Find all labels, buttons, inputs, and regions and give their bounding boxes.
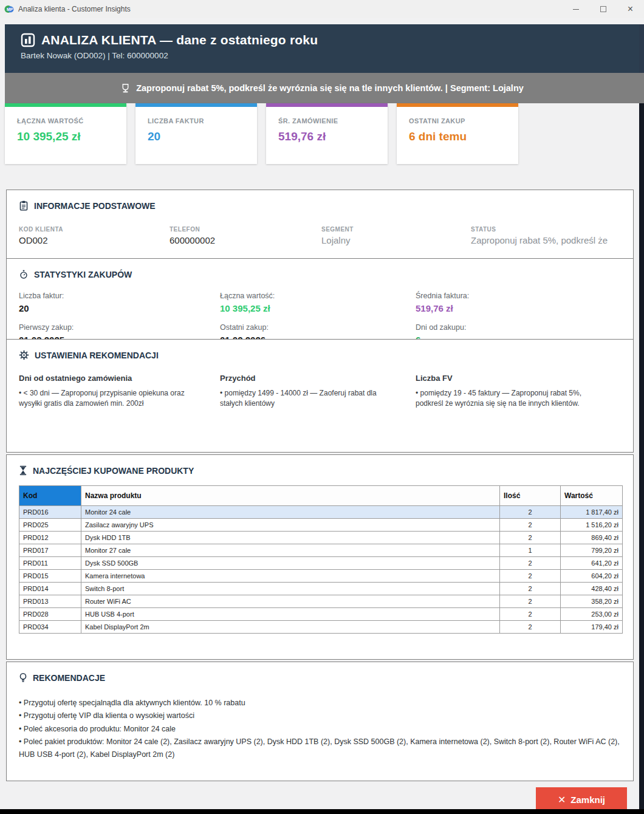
close-dialog-button[interactable]: ✕ Zamknij: [536, 787, 627, 812]
section-top-products-header: NAJCZĘŚCIEJ KUPOWANE PRODUKTY: [19, 465, 621, 476]
stat-card-invoice-count: LICZBA FAKTUR 20: [135, 103, 257, 164]
section-basic-info: INFORMACJE PODSTAWOWE KOD KLIENTA OD002 …: [6, 190, 634, 259]
field-value: Lojalny: [321, 235, 471, 245]
hourglass-icon: [19, 465, 27, 476]
column-header-name[interactable]: Nazwa produktu: [81, 486, 500, 506]
setting-rule-text: • pomiędzy 19 - 45 faktury — Zaproponuj …: [416, 388, 605, 409]
close-icon: ✕: [558, 794, 566, 805]
field-label: KOD KLIENTA: [19, 226, 170, 233]
stat-card-label: OSTATNI ZAKUP: [409, 117, 518, 125]
field-label: SEGMENT: [321, 226, 471, 233]
field-value: OD002: [19, 235, 170, 245]
products-table: Kod Nazwa produktu Ilość Wartość PRD016M…: [19, 485, 623, 634]
section-title: USTAWIENIA REKOMENDACJI: [35, 351, 159, 360]
lightbulb-icon: [19, 672, 27, 683]
section-recommendations-header: REKOMENDACJE: [19, 672, 621, 683]
stat-card-label: ŚR. ZAMÓWIENIE: [278, 117, 388, 125]
section-top-products: NAJCZĘŚCIEJ KUPOWANE PRODUKTY Kod Nazwa …: [6, 454, 634, 660]
section-title: INFORMACJE PODSTAWOWE: [34, 201, 156, 211]
stat-card-avg-order: ŚR. ZAMÓWIENIE 519,76 zł: [266, 103, 388, 164]
stat-card-total-value: ŁĄCZNA WARTOŚĆ 10 395,25 zł: [5, 103, 126, 164]
maximize-button[interactable]: [589, 0, 617, 18]
stat-card-label: LICZBA FAKTUR: [148, 117, 257, 125]
table-row[interactable]: PRD013Router WiFi AC 2358,20 zł: [19, 595, 623, 608]
table-row[interactable]: PRD012Dysk HDD 1TB 2869,40 zł: [19, 532, 623, 544]
list-item: • Przygotuj ofertę VIP dla klienta o wys…: [19, 710, 621, 722]
stat-label: Dni od zakupu:: [416, 323, 621, 332]
settings-grid: Dni od ostatniego zamówienia • < 30 dni …: [19, 374, 621, 409]
window-bottom-edge: [0, 809, 644, 814]
field-segment: SEGMENT Lojalny: [321, 226, 471, 245]
page-title: ANALIZA KLIENTA — dane z ostatniego roku: [41, 33, 318, 47]
setting-heading: Dni od ostatniego zamówienia: [19, 374, 204, 383]
setting-days-rule: Dni od ostatniego zamówienia • < 30 dni …: [19, 374, 220, 409]
stat-label: Ostatni zakup:: [220, 323, 416, 332]
stat-label: Liczba faktur:: [19, 292, 220, 300]
stat-avg-invoice: Średnia faktura: 519,76 zł: [416, 292, 621, 313]
close-button-label: Zamknij: [570, 795, 605, 805]
stat-label: Średnia faktura:: [416, 292, 621, 300]
list-item: • Poleć akcesoria do produktu: Monitor 2…: [19, 723, 621, 736]
table-row[interactable]: PRD015Kamera internetowa 2604,20 zł: [19, 570, 623, 583]
gear-icon: [19, 350, 29, 360]
section-title: STATYSTYKI ZAKUPÓW: [34, 270, 132, 279]
field-label: TELEFON: [170, 226, 321, 233]
stat-total-value: Łączna wartość: 10 395,25 zł: [220, 292, 416, 313]
table-row[interactable]: PRD034Kabel DisplayPort 2m 2179,40 zł: [19, 621, 623, 634]
field-value: 600000002: [170, 235, 321, 245]
maximize-icon: [600, 6, 606, 12]
field-label: STATUS: [471, 226, 621, 233]
recommendations-list: • Przygotuj ofertę specjalnądla dla akty…: [19, 697, 621, 761]
table-row[interactable]: PRD014Switch 8-port 2428,40 zł: [19, 583, 623, 595]
products-table-header-row: Kod Nazwa produktu Ilość Wartość: [19, 486, 623, 506]
table-row[interactable]: PRD028HUB USB 4-port 2253,00 zł: [19, 608, 623, 621]
stat-value: 519,76 zł: [416, 303, 621, 313]
column-header-code[interactable]: Kod: [19, 486, 81, 506]
section-basic-info-header: INFORMACJE PODSTAWOWE: [19, 200, 621, 211]
field-customer-code: KOD KLIENTA OD002: [19, 226, 170, 245]
section-recommendation-settings: USTAWIENIA REKOMENDACJI Dni od ostatnieg…: [6, 339, 634, 453]
stat-label: Łączna wartość:: [220, 292, 416, 300]
table-row[interactable]: PRD025Zasilacz awaryjny UPS 21 516,20 zł: [19, 519, 623, 532]
panels-container: INFORMACJE PODSTAWOWE KOD KLIENTA OD002 …: [6, 190, 634, 781]
app-logo-icon: MP: [4, 4, 14, 14]
main-content: ANALIZA KLIENTA — dane z ostatniego roku…: [0, 18, 639, 814]
table-row[interactable]: PRD016Monitor 24 cale 21 817,40 zł: [19, 506, 623, 519]
table-row[interactable]: PRD017Monitor 27 cale 1799,20 zł: [19, 544, 623, 557]
close-icon: ×: [628, 4, 633, 14]
stat-card-value: 6 dni temu: [409, 130, 518, 143]
customer-subtitle: Bartek Nowak (OD002) | Tel: 600000002: [21, 51, 639, 60]
column-header-value[interactable]: Wartość: [561, 486, 623, 506]
stat-value: 20: [19, 303, 220, 313]
section-title: NAJCZĘŚCIEJ KUPOWANE PRODUKTY: [33, 466, 194, 476]
segment-banner-text: Zaproponuj rabat 5%, podkreśl że wyrózni…: [136, 83, 524, 93]
window-right-edge: [639, 18, 644, 814]
window-title: Analiza klienta - Customer Insights: [18, 5, 131, 13]
close-window-button[interactable]: ×: [617, 0, 644, 18]
section-recommendation-settings-header: USTAWIENIA REKOMENDACJI: [19, 350, 621, 360]
clipboard-icon: [19, 200, 29, 211]
stat-label: Pierwszy zakup:: [19, 323, 220, 332]
window-titlebar: MP Analiza klienta - Customer Insights ×: [0, 0, 644, 18]
minimize-button[interactable]: [562, 0, 589, 18]
setting-heading: Przychód: [220, 374, 400, 383]
stopwatch-icon: [19, 269, 29, 279]
section-recommendations: REKOMENDACJE • Przygotuj ofertę specjaln…: [6, 662, 634, 781]
stat-card-value: 519,76 zł: [278, 130, 388, 143]
field-value: Zaproponuj rabat 5%, podkreśl że: [471, 235, 621, 245]
stat-card-value: 20: [148, 130, 257, 143]
svg-text:MP: MP: [7, 7, 13, 12]
trophy-icon: [120, 83, 131, 94]
segment-banner: Zaproponuj rabat 5%, podkreśl że wyrózni…: [5, 73, 639, 103]
window-controls: ×: [562, 0, 644, 18]
list-item: • Poleć pakiet produktów: Monitor 24 cal…: [19, 736, 621, 762]
setting-revenue-rule: Przychód • pomiędzy 1499 - 14000 zł — Za…: [220, 374, 416, 409]
field-phone: TELEFON 600000002: [170, 226, 321, 245]
section-purchase-stats: STATYSTYKI ZAKUPÓW Liczba faktur: 20 Łąc…: [6, 258, 634, 340]
stat-card-label: ŁĄCZNA WARTOŚĆ: [17, 117, 126, 125]
column-header-qty[interactable]: Ilość: [500, 486, 561, 506]
minimize-icon: [573, 9, 579, 10]
setting-rule-text: • pomiędzy 1499 - 14000 zł — Zaoferuj ra…: [220, 388, 400, 409]
customer-header: ANALIZA KLIENTA — dane z ostatniego roku…: [5, 24, 639, 73]
table-row[interactable]: PRD011Dysk SSD 500GB 2641,20 zł: [19, 557, 623, 570]
